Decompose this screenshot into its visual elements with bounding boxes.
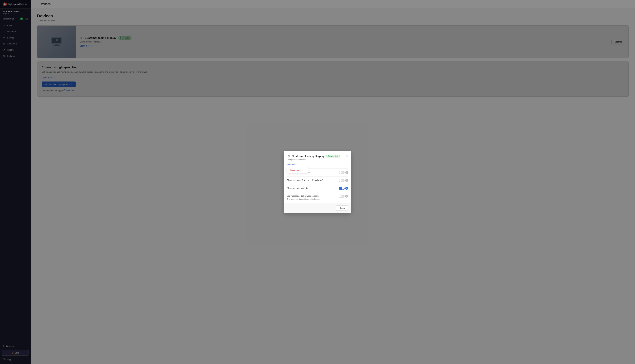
modal-connected-badge: Connected bbox=[326, 154, 340, 158]
toggle-group-log-messages: ✕ bbox=[339, 194, 348, 198]
disconnect-button[interactable]: Disconnect bbox=[287, 167, 308, 173]
x-icon-log-messages[interactable]: ✕ bbox=[345, 195, 348, 198]
toggle-untaxed[interactable] bbox=[339, 171, 345, 174]
toggle-log-messages[interactable] bbox=[339, 194, 345, 198]
actions-dropdown-menu: Disconnect bbox=[287, 167, 308, 173]
setting-sublabel-log-messages: This helps our Support team solve issues… bbox=[287, 198, 320, 200]
x-icon-customer-name[interactable]: ✕ bbox=[345, 179, 348, 182]
toggle-connection-status[interactable]: ✓ bbox=[339, 187, 345, 190]
modal-overlay: 🖥 Customer Facing Display Connected Usin… bbox=[31, 0, 635, 364]
modal-footer: Close bbox=[284, 203, 351, 213]
modal-header: 🖥 Customer Facing Display Connected Usin… bbox=[284, 151, 351, 162]
modal-device-icon: 🖥 bbox=[287, 154, 290, 158]
setting-row-log-messages: Log messages to browser console This hel… bbox=[287, 192, 348, 202]
x-icon-untaxed[interactable]: ✕ bbox=[345, 171, 348, 174]
setting-label-area-log: Log messages to browser console This hel… bbox=[287, 194, 320, 200]
toggle-group-untaxed: ✕ bbox=[339, 171, 348, 174]
modal-title: Customer Facing Display bbox=[292, 154, 325, 158]
setting-row-customer-name: Show customer first name (if available) … bbox=[287, 176, 348, 184]
setting-label-log-messages: Log messages to browser console bbox=[287, 194, 320, 198]
actions-dropdown-area: Actions ▾ Disconnect bbox=[284, 162, 351, 168]
setting-label-customer-name: Show customer first name (if available) bbox=[287, 179, 337, 182]
modal-body: ...plied on untaxed items ✕ Show custome… bbox=[284, 168, 351, 202]
actions-dropdown-button[interactable]: Actions ▾ bbox=[287, 163, 296, 166]
toggle-customer-name[interactable] bbox=[339, 179, 345, 182]
check-icon: ✓ bbox=[340, 187, 341, 190]
chevron-down-icon: ▾ bbox=[294, 164, 296, 166]
modal-close-x-button[interactable]: ✕ bbox=[346, 154, 348, 157]
toggle-group-connection-status: ✓ ✕ bbox=[339, 187, 348, 190]
modal-subtitle: Using Lightspeed Hub bbox=[287, 159, 340, 161]
main-content: ☰ Devices Devices 0 devices connected bbox=[31, 0, 635, 364]
setting-row-connection-status: Show connection status ✓ ✕ bbox=[287, 184, 348, 192]
modal-close-button[interactable]: Close bbox=[336, 205, 348, 211]
modal-dialog: 🖥 Customer Facing Display Connected Usin… bbox=[284, 151, 351, 213]
toggle-group-customer-name: ✕ bbox=[339, 179, 348, 182]
modal-title-area: 🖥 Customer Facing Display Connected Usin… bbox=[287, 154, 340, 162]
x-icon-connection-status[interactable]: ✕ bbox=[345, 187, 348, 190]
setting-label-connection-status: Show connection status bbox=[287, 187, 337, 190]
